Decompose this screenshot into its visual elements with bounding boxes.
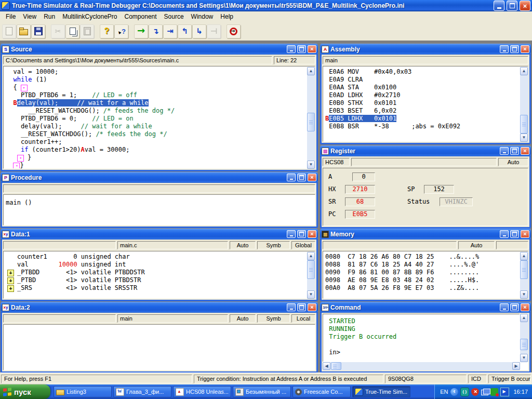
register-a-value[interactable]: 0 xyxy=(352,172,375,181)
data1-scope-field[interactable]: Global xyxy=(291,241,315,249)
restore-button[interactable] xyxy=(507,1,517,11)
scroll-down-button[interactable] xyxy=(520,354,528,362)
data2-minimize-button[interactable] xyxy=(287,303,296,311)
procedure-close-button[interactable]: × xyxy=(308,174,316,181)
scroll-up-button[interactable] xyxy=(307,252,315,260)
register-pc-value[interactable]: E0B5 xyxy=(345,210,375,219)
register-mode-field[interactable]: Auto xyxy=(498,158,528,166)
register-close-button[interactable]: × xyxy=(521,147,529,155)
memory-minimize-button[interactable] xyxy=(500,230,509,238)
scroll-up-button[interactable] xyxy=(520,314,528,322)
register-status-value[interactable]: VHINZC xyxy=(440,197,473,206)
assembly-close-button[interactable]: × xyxy=(521,45,529,53)
open-button[interactable] xyxy=(17,24,31,38)
scroll-down-button[interactable] xyxy=(307,290,315,299)
expand-icon[interactable]: + xyxy=(7,285,14,292)
memory-address-field[interactable] xyxy=(323,241,457,249)
run-button[interactable] xyxy=(134,24,148,38)
taskbar-task[interactable]: True-Time Sim... xyxy=(352,386,410,397)
source-titlebar[interactable]: Source × xyxy=(1,44,318,55)
tray-collapse-icon[interactable] xyxy=(450,388,458,396)
register-expression-field[interactable] xyxy=(351,158,497,166)
data1-minimize-button[interactable] xyxy=(287,230,296,238)
tray-network-icon[interactable] xyxy=(481,390,488,395)
source-minimize-button[interactable] xyxy=(287,45,296,53)
scroll-thumb[interactable] xyxy=(307,260,315,279)
scroll-down-button[interactable] xyxy=(307,161,315,169)
register-maximize-button[interactable] xyxy=(510,147,519,155)
register-content[interactable]: A 0 HX 2710 SP 152 SR 68 Status VHINZC xyxy=(323,168,528,226)
tray-users-icon[interactable] xyxy=(490,388,498,396)
tray-play-icon[interactable] xyxy=(500,388,509,396)
data2-titlebar[interactable]: Data:2 × xyxy=(1,302,318,313)
register-hx-value[interactable]: 2710 xyxy=(345,185,375,194)
scroll-thumb[interactable] xyxy=(307,113,315,131)
data2-mode-field[interactable]: Auto xyxy=(230,314,256,323)
copy-button[interactable] xyxy=(65,24,79,38)
help-button[interactable] xyxy=(100,24,114,38)
register-minimize-button[interactable] xyxy=(500,147,509,155)
expand-icon[interactable]: + xyxy=(7,277,14,284)
scroll-thumb[interactable] xyxy=(520,339,528,350)
minimize-button[interactable] xyxy=(494,1,504,11)
menu-item-file[interactable]: File xyxy=(2,12,19,21)
data1-mode-field[interactable]: Auto xyxy=(230,241,256,249)
menu-item-multilinkcyclonepro[interactable]: MultilinkCyclonePro xyxy=(59,12,121,21)
data1-filter-field[interactable] xyxy=(3,241,116,249)
assembly-context-field[interactable]: main xyxy=(323,56,528,64)
close-button[interactable]: × xyxy=(520,1,530,11)
scroll-left-button[interactable] xyxy=(323,362,330,370)
save-button[interactable] xyxy=(31,24,45,38)
register-sp-value[interactable]: 152 xyxy=(424,185,454,194)
source-vscrollbar[interactable] xyxy=(307,67,315,169)
step-into-button[interactable] xyxy=(149,24,163,38)
reset-button[interactable] xyxy=(227,24,241,38)
step-out-button[interactable] xyxy=(178,24,192,38)
taskbar-task[interactable]: Безымянный ... xyxy=(233,386,291,397)
data1-context-field[interactable]: main.c xyxy=(117,241,228,249)
data2-pane[interactable] xyxy=(3,324,315,370)
data1-maximize-button[interactable] xyxy=(297,230,306,238)
register-sr-value[interactable]: 68 xyxy=(345,197,375,206)
data2-maximize-button[interactable] xyxy=(297,303,306,311)
taskbar-task[interactable]: Freescale Co... xyxy=(292,386,351,397)
command-vscrollbar[interactable] xyxy=(520,314,528,362)
memory-maximize-button[interactable] xyxy=(510,230,519,238)
assembly-vscrollbar[interactable] xyxy=(520,67,528,142)
data2-context-field[interactable]: main xyxy=(117,314,228,323)
start-button[interactable]: пуск xyxy=(0,384,50,399)
step-over-button[interactable] xyxy=(163,24,177,38)
memory-format-field[interactable] xyxy=(496,241,528,249)
data2-scope-field[interactable]: Local xyxy=(291,314,315,323)
register-titlebar[interactable]: Register × xyxy=(320,145,531,156)
scroll-up-button[interactable] xyxy=(307,67,315,75)
scroll-thumb[interactable] xyxy=(520,260,528,279)
procedure-field[interactable] xyxy=(3,184,315,193)
data1-format-field[interactable]: Symb xyxy=(257,241,290,249)
command-titlebar[interactable]: Command × xyxy=(320,302,531,313)
scroll-down-button[interactable] xyxy=(520,290,528,299)
data1-pane[interactable]: counter1 0 unsigned charval 10000 unsign… xyxy=(3,251,315,299)
scroll-up-button[interactable] xyxy=(520,67,528,75)
memory-vscrollbar[interactable] xyxy=(520,252,528,299)
taskbar-task[interactable]: HCS08 Unleas... xyxy=(173,386,231,397)
assembly-code-pane[interactable]: E0A6 MOV #0x40,0x03 E0A9 CLRA E0AA STA 0… xyxy=(323,66,528,142)
assembly-maximize-button[interactable] xyxy=(510,45,519,53)
scroll-up-button[interactable] xyxy=(520,252,528,260)
language-indicator[interactable]: EN xyxy=(440,389,448,395)
data2-format-field[interactable]: Symb xyxy=(257,314,290,323)
tray-shield-icon[interactable] xyxy=(471,388,479,396)
assembly-titlebar[interactable]: Assembly × xyxy=(320,44,531,55)
procedure-titlebar[interactable]: Procedure × xyxy=(1,172,318,183)
step-asm-button[interactable] xyxy=(192,24,206,38)
menu-item-run[interactable]: Run xyxy=(40,12,59,21)
procedure-pane[interactable]: main () xyxy=(3,194,315,225)
command-maximize-button[interactable] xyxy=(510,303,519,311)
memory-mode-field[interactable]: Auto xyxy=(458,241,495,249)
taskbar-task[interactable]: Глава_3_фи... xyxy=(113,386,171,397)
source-path-field[interactable]: C:\Documents and Settings\1\Мои документ… xyxy=(3,56,272,64)
data2-filter-field[interactable] xyxy=(3,314,116,323)
menu-item-source[interactable]: Source xyxy=(161,12,188,21)
data1-close-button[interactable]: × xyxy=(308,230,316,238)
memory-titlebar[interactable]: Memory × xyxy=(320,229,531,240)
